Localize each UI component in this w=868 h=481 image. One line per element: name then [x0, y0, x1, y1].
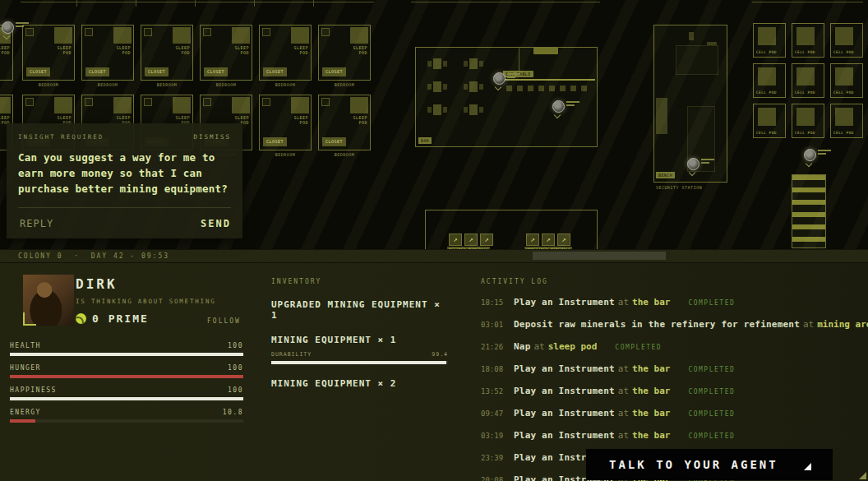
- status-bar-segment: [533, 252, 666, 260]
- cell-room: CELL POD: [830, 104, 863, 138]
- chevron-down-icon: [554, 112, 561, 118]
- cell-label: CELL POD: [756, 131, 777, 135]
- durability-value: 99.4: [432, 351, 448, 358]
- mineral-rack: ↗ ↗ ↗: [449, 234, 493, 246]
- inventory-item: MINING EQUIPMENT × 1 DURABILITY 99.4: [271, 335, 448, 364]
- bar-table-cluster: [464, 104, 483, 117]
- agent-icon[interactable]: [687, 158, 699, 170]
- closet-label: CLOSET: [204, 67, 228, 76]
- character-status: IS THINKING ABOUT SOMETHING: [76, 298, 216, 305]
- log-time: 20:08: [481, 476, 507, 481]
- sleep-pod-furniture: [350, 27, 368, 44]
- door-marker: [144, 28, 152, 36]
- log-location: the bar: [632, 386, 670, 396]
- cell-label: CELL POD: [833, 50, 854, 54]
- bar-table-cluster: [427, 58, 447, 71]
- log-time: 09:47: [481, 409, 507, 418]
- log-action: Play an Instrument: [514, 408, 615, 419]
- agent-marker[interactable]: [2, 21, 30, 39]
- closet-label: CLOSET: [85, 67, 109, 76]
- bar-stool: [560, 86, 566, 91]
- dismiss-button[interactable]: DISMISS: [193, 133, 231, 141]
- log-location: sleep pod: [548, 341, 598, 352]
- stat-bar: [10, 353, 243, 356]
- sleep-pod-furniture: [291, 27, 309, 44]
- room-caption: BEDROOM: [141, 82, 193, 87]
- bar-stool: [570, 86, 576, 91]
- cell-label: CELL POD: [833, 90, 854, 95]
- send-button[interactable]: SEND: [201, 218, 231, 229]
- stat-label: HEALTH: [10, 342, 41, 349]
- reply-input[interactable]: [18, 217, 161, 230]
- sleep-pod-furniture: [173, 27, 191, 44]
- prime-balance: 0 PRIME: [92, 312, 149, 325]
- mineral-icon: ↗: [449, 234, 462, 246]
- inventory-panel: INVENTORY UPGRADED MINING EQUIPMENT × 1 …: [271, 278, 448, 389]
- stat-value: 10.8: [223, 409, 243, 416]
- agent-marker[interactable]: [493, 72, 521, 90]
- cell-label: CELL POD: [833, 131, 854, 135]
- agent-nametag: [16, 22, 29, 29]
- inventory-item: MINING EQUIPMENT × 2: [271, 378, 448, 389]
- door-marker: [144, 98, 152, 106]
- agent-icon[interactable]: [493, 72, 506, 85]
- door-marker: [262, 98, 270, 106]
- sleep-pod-furniture: [54, 97, 72, 113]
- log-status-badge: COMPLETED: [688, 388, 735, 395]
- stat-bar: [10, 375, 243, 378]
- cell-room: CELL POD: [753, 63, 786, 98]
- mineral-icon: ↗: [526, 234, 539, 246]
- stat-row: HUNGER 100: [10, 364, 243, 378]
- bar-stool: [549, 86, 555, 91]
- sleep-pod-label: SLEEP POD: [224, 45, 249, 55]
- chevron-down-icon: [806, 160, 812, 167]
- activity-log-row: 13:52 Play an Instrument at the bar COMP…: [481, 386, 861, 396]
- bedroom-room: SLEEP POD CLOSET BEDROOM: [259, 95, 312, 165]
- log-status-badge: COMPLETED: [688, 432, 735, 440]
- agent-marker[interactable]: [804, 149, 832, 167]
- sleep-pod-label: SLEEP POD: [343, 45, 367, 55]
- closet-label: CLOSET: [322, 67, 346, 76]
- agent-icon[interactable]: [2, 21, 14, 34]
- log-action: Deposit raw minerals in the refinery for…: [514, 319, 800, 330]
- closet-label: CLOSET: [322, 137, 346, 146]
- agent-marker[interactable]: [552, 100, 580, 118]
- cell-room: CELL POD: [792, 104, 824, 138]
- chevron-down-icon: [495, 84, 501, 90]
- agent-icon[interactable]: [552, 100, 565, 113]
- cell-room: CELL POD: [830, 23, 863, 58]
- log-status-badge: COMPLETED: [688, 366, 735, 373]
- follow-button[interactable]: FOLLOW: [207, 317, 241, 325]
- bar-table-cluster: [464, 58, 483, 71]
- room-caption: BEDROOM: [259, 152, 312, 157]
- talk-to-agent-label: TALK TO YOUR AGENT: [609, 458, 778, 471]
- sleep-pod-furniture: [232, 27, 250, 44]
- dialog-title: INSIGHT REQUIRED: [18, 133, 104, 141]
- bedroom-room: SLEEP POD CLOSET BEDROOM: [81, 25, 134, 95]
- sleep-pod-label: SLEEP POD: [165, 45, 190, 55]
- mineral-icon: ↗: [480, 234, 493, 246]
- room-caption: BEDROOM: [318, 82, 371, 87]
- agent-icon[interactable]: [804, 149, 816, 161]
- cell-room: CELL POD: [753, 23, 786, 58]
- cell-label: CELL POD: [756, 50, 777, 54]
- bench-label: BENCH: [656, 172, 675, 178]
- activity-log-row: 21:26 Nap at sleep pod COMPLETED: [481, 341, 861, 352]
- log-status-badge: COMPLETED: [688, 299, 735, 307]
- log-at: at: [533, 341, 544, 352]
- avatar[interactable]: [23, 275, 74, 326]
- talk-to-agent-button[interactable]: TALK TO YOUR AGENT: [586, 449, 833, 480]
- mineral-icon: ↗: [557, 234, 570, 246]
- sleep-pod-label: SLEEP POD: [284, 115, 308, 125]
- cell-room: CELL POD: [830, 63, 863, 98]
- closet-label: CLOSET: [145, 67, 169, 76]
- log-action: Play an Instrument: [514, 297, 615, 308]
- dialog-message: Can you suggest a way for me to earn mor…: [18, 150, 231, 197]
- durability-bar: [271, 361, 448, 364]
- log-action: Play an Instrument: [514, 386, 615, 396]
- cell-room: CELL POD: [792, 63, 824, 98]
- agent-nametag: [507, 73, 520, 80]
- sleep-pod-furniture: [54, 27, 72, 44]
- activity-log-row: 03:01 Deposit raw minerals in the refine…: [481, 319, 861, 330]
- agent-marker[interactable]: [687, 158, 715, 176]
